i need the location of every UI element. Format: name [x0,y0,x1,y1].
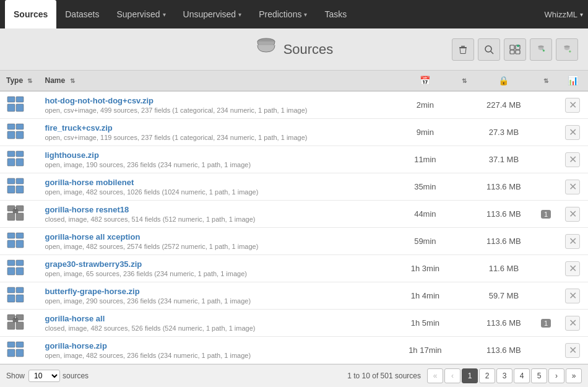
cell-time: 1h 5min [397,310,453,337]
source-name-link[interactable]: gorilla-horse resnet18 [45,205,391,214]
calendar-icon: 📅 [420,76,430,85]
page-prev[interactable]: ‹ [444,368,460,383]
cell-name: gorilla-horse all closed, image, 482 sou… [38,310,397,337]
source-desc: open, csv+image, 499 sources, 237 fields… [45,107,391,114]
svg-rect-60 [16,349,24,357]
cell-size: 27.3 MB [473,119,535,146]
cell-size: 59.7 MB [473,282,535,310]
col-sort2[interactable]: ⇅ [453,71,473,91]
search-button[interactable] [478,38,500,61]
delete-row-button[interactable]: ✕ [565,125,580,140]
page-1[interactable]: 1 [462,368,478,383]
source-name-link[interactable]: gorilla-horse.zip [45,341,391,350]
delete-row-button[interactable]: ✕ [565,180,580,194]
header-actions [452,38,578,61]
source-name-link[interactable]: fire_truck+csv.zip [45,123,391,133]
page-title-container: Sources [255,37,334,61]
source-name-link[interactable]: hot-dog-not-hot-dog+csv.zip [45,96,391,105]
cell-sort-spacer [453,201,473,228]
upload-button[interactable] [556,38,578,61]
page-header: Sources [0,28,588,71]
new-dataset-button[interactable] [504,38,526,61]
col3-sort-icon: ⇅ [543,77,548,84]
svg-rect-48 [16,287,24,293]
source-type-icon [6,259,25,276]
sources-table: Type ⇅ Name ⇅ 📅 ⇅ 🔒 ⇅ [0,71,588,364]
delete-row-button[interactable]: ✕ [565,152,580,167]
cell-type [0,91,38,119]
svg-rect-18 [16,97,24,102]
svg-rect-8 [516,50,520,54]
page-4[interactable]: 4 [514,368,530,383]
col2-sort-icon: ⇅ [462,77,467,84]
page-2[interactable]: 2 [479,368,495,383]
cell-sort-spacer [453,119,473,146]
nav-sources[interactable]: Sources [5,0,56,28]
table-body: hot-dog-not-hot-dog+csv.zip open, csv+im… [0,91,588,364]
cell-size: 113.6 MB [473,173,535,201]
source-name-link[interactable]: lighthouse.zip [45,150,391,160]
cell-time: 1h 4min [397,282,453,310]
col-sort3[interactable]: ⇅ [535,71,557,91]
delete-row-button[interactable]: ✕ [565,316,580,331]
cell-type [0,310,38,337]
source-name-link[interactable]: butterfly-grape-horse.zip [45,287,391,296]
nav-tasks[interactable]: Tasks [316,0,355,28]
cell-sort-spacer [453,228,473,255]
show-select[interactable]: 10 25 50 100 [28,370,60,382]
col-name[interactable]: Name ⇅ [38,71,397,91]
delete-row-button[interactable]: ✕ [565,289,580,303]
cell-action: ✕ [557,255,588,282]
svg-rect-49 [7,295,15,302]
delete-row-button[interactable]: ✕ [565,207,580,222]
delete-row-button[interactable]: ✕ [565,261,580,276]
col-lock: 🔒 [473,71,535,91]
svg-rect-41 [7,240,15,248]
nav-supervised[interactable]: Supervised ▾ [108,0,175,28]
delete-row-button[interactable]: ✕ [565,98,580,113]
cell-size: 113.6 MB [473,310,535,337]
source-name-link[interactable]: gorilla-horse all [45,314,391,323]
user-menu[interactable]: WhizzML ▾ [545,10,583,19]
source-name-link[interactable]: gorilla-horse all xception [45,232,391,241]
cell-size: 227.4 MB [473,91,535,119]
svg-point-3 [485,46,491,52]
source-desc: open, image, 65 sources, 236 fields (234… [45,270,391,277]
nav-datasets[interactable]: Datasets [56,0,108,28]
svg-rect-44 [16,260,24,266]
delete-row-button[interactable]: ✕ [565,343,580,358]
svg-line-4 [491,51,493,54]
svg-rect-17 [7,97,15,102]
col-type[interactable]: Type ⇅ [0,71,38,91]
cell-badge [535,337,557,364]
cell-size: 11.6 MB [473,255,535,282]
nav-predictions[interactable]: Predictions ▾ [250,0,316,28]
svg-rect-27 [7,159,15,166]
svg-rect-45 [7,267,15,275]
source-name-link[interactable]: grape30-strawberry35.zip [45,259,391,269]
page-first[interactable]: « [427,368,443,383]
page-3[interactable]: 3 [496,368,512,383]
page-5[interactable]: 5 [531,368,547,383]
cell-name: fire_truck+csv.zip open, csv+image, 119 … [38,119,397,146]
source-name-link[interactable]: gorilla-horse mobilenet [45,178,391,187]
source-desc: open, csv+image, 119 sources, 237 fields… [45,134,391,141]
svg-rect-36 [16,213,24,220]
cell-size: 113.6 MB [473,201,535,228]
configure-button[interactable] [530,38,552,61]
cell-badge [535,146,557,173]
nav-unsupervised[interactable]: Unsupervised ▾ [175,0,251,28]
svg-rect-54 [16,322,24,329]
svg-rect-39 [7,233,15,238]
nav-unsupervised-caret: ▾ [238,11,241,18]
source-type-icon [6,232,25,249]
cell-sort-spacer [453,337,473,364]
delete-button[interactable] [452,38,474,61]
svg-rect-21 [7,124,15,129]
source-type-icon [6,286,25,303]
page-last[interactable]: » [566,368,582,383]
page-next[interactable]: › [548,368,564,383]
delete-row-button[interactable]: ✕ [565,234,580,249]
cell-type [0,173,38,201]
cell-action: ✕ [557,282,588,310]
